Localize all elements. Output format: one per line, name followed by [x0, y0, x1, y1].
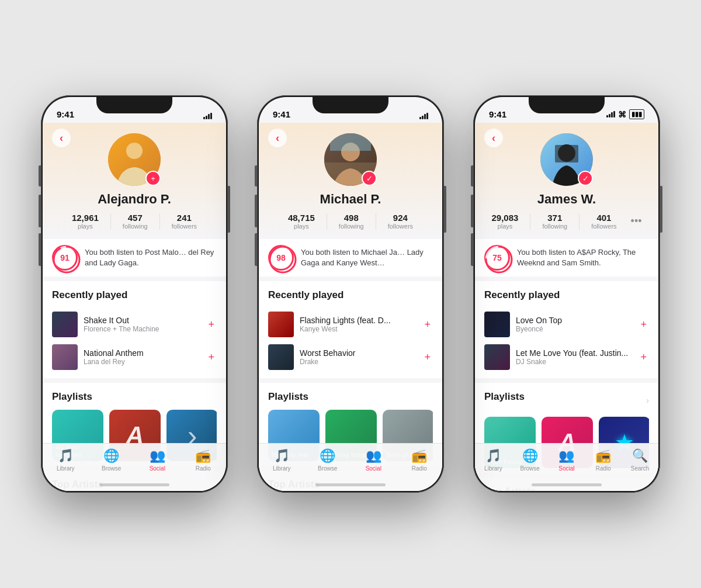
- svg-point-1: [126, 143, 143, 159]
- tab-social[interactable]: 👥 Social: [549, 448, 585, 472]
- stat-following: 371 following: [542, 213, 567, 230]
- followers-count: 924: [388, 213, 413, 223]
- track-add-button[interactable]: +: [206, 351, 217, 364]
- tab-browse[interactable]: 🌐 Browse: [512, 448, 549, 472]
- track-add-button[interactable]: +: [638, 319, 649, 331]
- stat-plays: 12,961 plays: [72, 213, 99, 230]
- stat-followers: 924 followers: [388, 213, 413, 230]
- followers-label: followers: [388, 223, 413, 230]
- phones-container: 9:41 ‹ + Alejandro P.: [12, 13, 689, 575]
- playlists-title: Playlists: [268, 391, 433, 403]
- tab-search[interactable]: 🔍 Search: [622, 448, 658, 472]
- recently-played-title: Recently played: [268, 289, 433, 301]
- battery-icon: ▮▮▮: [629, 109, 644, 119]
- track-item[interactable]: Shake It Out Florence + The Machine +: [52, 308, 217, 341]
- signal-icon: [419, 113, 428, 119]
- tab-radio-icon: 📻: [195, 448, 211, 464]
- track-item[interactable]: National Anthem Lana del Rey +: [52, 341, 217, 373]
- svg-point-9: [270, 247, 296, 272]
- tab-browse-icon: 🌐: [320, 448, 335, 464]
- tab-library-label: Library: [484, 465, 502, 472]
- compat-score: 75: [484, 245, 510, 271]
- avatar-container: ✓: [324, 133, 377, 186]
- playlists-arrow[interactable]: ›: [646, 396, 649, 405]
- track-name: Let Me Love You (feat. Justin...: [516, 348, 632, 358]
- back-button[interactable]: ‹: [52, 129, 71, 147]
- svg-point-3: [54, 247, 79, 272]
- tab-social[interactable]: 👥 Social: [134, 448, 181, 472]
- track-art: [484, 312, 510, 337]
- more-options[interactable]: •••: [631, 215, 642, 227]
- back-icon: ‹: [60, 132, 63, 144]
- compat-text: You both listen to Post Malo… del Rey an…: [85, 247, 217, 268]
- track-info: Let Me Love You (feat. Justin... DJ Snak…: [516, 348, 632, 366]
- tab-search-label: Search: [631, 465, 650, 472]
- avatar-container: +: [108, 133, 161, 186]
- track-add-button[interactable]: +: [422, 351, 433, 364]
- avatar-badge: ✓: [578, 171, 593, 186]
- recently-played-title: Recently played: [52, 289, 217, 301]
- tab-bar: 🎵 Library 🌐 Browse 👥 Social 📻 Radio: [259, 443, 442, 491]
- back-button[interactable]: ‹: [268, 129, 287, 147]
- compat-section: 75 You both listen to A$AP Rocky, The We…: [475, 239, 658, 276]
- track-add-button[interactable]: +: [638, 351, 649, 364]
- track-item[interactable]: Worst Behavior Drake +: [268, 341, 433, 373]
- following-count: 371: [542, 213, 567, 223]
- track-add-button[interactable]: +: [206, 319, 217, 331]
- wifi-icon: ⌘: [618, 110, 626, 119]
- tab-social-label: Social: [558, 465, 574, 472]
- stat-plays: 48,715 plays: [288, 213, 315, 230]
- avatar-badge: +: [145, 171, 161, 186]
- profile-name: James W.: [537, 192, 596, 207]
- tab-radio-icon: 📻: [411, 448, 427, 464]
- stat-plays: 29,083 plays: [491, 213, 518, 230]
- tab-library[interactable]: 🎵 Library: [259, 448, 305, 472]
- recently-played-section: Recently played Flashing Lights (feat. D…: [259, 281, 442, 378]
- track-artist: Kanye West: [300, 325, 416, 333]
- plays-count: 12,961: [72, 213, 99, 223]
- tab-library[interactable]: 🎵 Library: [475, 448, 512, 472]
- tab-radio[interactable]: 📻 Radio: [397, 448, 443, 472]
- home-indicator: [532, 483, 602, 486]
- following-label: following: [542, 223, 567, 230]
- tab-radio-label: Radio: [596, 465, 611, 472]
- track-info: Worst Behavior Drake: [300, 348, 416, 366]
- status-time: 9:41: [489, 109, 506, 119]
- track-art: [52, 344, 78, 370]
- track-item[interactable]: Love On Top Byeoncé +: [484, 308, 649, 341]
- tab-library[interactable]: 🎵 Library: [43, 448, 89, 472]
- tab-browse-label: Browse: [102, 465, 121, 472]
- compat-score: 91: [52, 245, 78, 271]
- track-art: [52, 312, 78, 337]
- compat-text: You both listen to Michael Ja… Lady Gaga…: [301, 247, 433, 268]
- tab-browse[interactable]: 🌐 Browse: [89, 448, 135, 472]
- track-info: Shake It Out Florence + The Machine: [84, 316, 200, 333]
- stat-following: 457 following: [123, 213, 148, 230]
- track-item[interactable]: Flashing Lights (feat. D... Kanye West +: [268, 308, 433, 341]
- following-count: 498: [339, 213, 364, 223]
- profile-header: ‹ + Alejandro P. 12,961 plays: [43, 123, 226, 239]
- track-item[interactable]: Let Me Love You (feat. Justin... DJ Snak…: [484, 341, 649, 373]
- tab-social-label: Social: [366, 465, 381, 472]
- avatar-container: ✓: [540, 133, 593, 186]
- track-art: [484, 344, 510, 370]
- stats-row: 48,715 plays 498 following 924 followers: [288, 213, 413, 230]
- screen-content: ‹ + Alejandro P. 12,961 plays: [43, 123, 226, 491]
- recently-played-title: Recently played: [484, 289, 649, 301]
- tab-browse-icon: 🌐: [103, 448, 119, 464]
- back-button[interactable]: ‹: [484, 129, 503, 147]
- tab-library-label: Library: [273, 465, 291, 472]
- tab-radio[interactable]: 📻 Radio: [181, 448, 227, 472]
- tab-radio[interactable]: 📻 Radio: [585, 448, 622, 472]
- tab-browse[interactable]: 🌐 Browse: [305, 448, 351, 472]
- back-icon: ‹: [276, 132, 279, 144]
- track-name: National Anthem: [84, 348, 200, 358]
- followers-count: 401: [591, 213, 616, 223]
- tab-radio-icon: 📻: [595, 448, 611, 464]
- tab-social[interactable]: 👥 Social: [350, 448, 397, 472]
- profile-name: Michael P.: [320, 192, 381, 207]
- tab-social-icon: 👥: [558, 448, 574, 464]
- plays-label: plays: [288, 223, 315, 230]
- tab-social-icon: 👥: [366, 448, 381, 464]
- track-add-button[interactable]: +: [422, 319, 433, 331]
